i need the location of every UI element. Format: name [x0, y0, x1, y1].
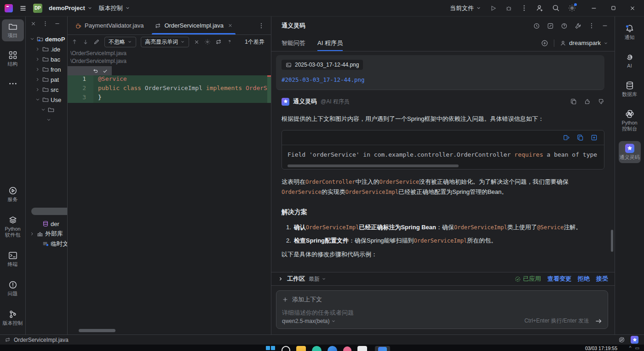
chevron-down-icon[interactable] — [40, 107, 46, 113]
add-context-button[interactable]: 添加上下文 — [282, 295, 602, 304]
next-difference-icon[interactable] — [82, 39, 89, 45]
attachment-reference-link[interactable]: #2025-03-03_17-12-44.png — [282, 76, 599, 83]
chevron-right-icon[interactable] — [278, 276, 283, 282]
settings-icon[interactable] — [568, 4, 576, 12]
tool-button-services[interactable]: 服务 — [2, 183, 24, 205]
revert-change-icon[interactable] — [92, 68, 98, 74]
taskbar-white-app-icon[interactable] — [357, 346, 367, 351]
workspace-filter[interactable]: 最新 — [309, 275, 326, 283]
accept-change-icon[interactable] — [102, 68, 108, 74]
account-menu[interactable]: dreamspark — [560, 40, 608, 46]
taskbar-pink-app-icon[interactable] — [343, 346, 351, 351]
lingma-status-icon[interactable] — [631, 336, 638, 344]
taskbar-tray[interactable]: ^▭ — [629, 345, 639, 351]
tab-list-icon[interactable] — [258, 23, 271, 29]
diff-settings-icon[interactable] — [204, 39, 211, 45]
debug-icon[interactable] — [505, 5, 512, 12]
chat-vertical-scrollbar[interactable] — [611, 230, 613, 252]
copy-code-icon[interactable] — [577, 134, 584, 141]
tool-button-structure[interactable]: 结构 — [2, 48, 24, 70]
tree-item-bac[interactable]: bac — [26, 54, 67, 64]
editor-horizontal-scrollbar[interactable] — [79, 329, 115, 332]
project-switcher[interactable]: demoProject — [49, 5, 92, 11]
tree-scrollbar[interactable] — [31, 208, 68, 215]
model-selector[interactable]: qwen2.5-max(beta) — [282, 318, 336, 324]
tree-item-[interactable]: 外部库 — [26, 229, 67, 239]
highlight-mode-dropdown[interactable]: 高亮显示单词 — [141, 37, 189, 47]
hide-panel-icon[interactable] — [602, 23, 608, 29]
chevron-right-icon[interactable] — [29, 231, 35, 237]
insert-code-icon[interactable] — [563, 134, 570, 141]
panel-options-icon[interactable] — [42, 21, 48, 27]
new-file-icon[interactable] — [591, 134, 598, 141]
code-with-me-icon[interactable] — [536, 4, 544, 12]
tree-item-pat[interactable]: pat — [26, 74, 67, 85]
tool-button-version-control[interactable]: 版本控制 — [2, 307, 24, 329]
taskbar-win-icon[interactable] — [266, 346, 276, 351]
run-configuration-selector[interactable]: 当前文件 — [450, 4, 481, 12]
accept-button[interactable]: 接受 — [596, 275, 608, 283]
tool-button-python-console[interactable]: Python 控制台 — [619, 107, 641, 135]
whitespace-mode-dropdown[interactable]: 不忽略 — [104, 37, 136, 47]
vcs-menu[interactable]: 版本控制 — [99, 4, 130, 12]
taskbar-clock[interactable]: 03/03 17:19:55 — [585, 345, 617, 351]
tree-item-ide[interactable]: .ide — [26, 44, 67, 54]
close-tab-icon[interactable] — [228, 23, 233, 28]
history-icon[interactable] — [533, 23, 540, 29]
tree-item-der[interactable]: der — [26, 219, 67, 229]
main-menu-icon[interactable] — [19, 5, 27, 12]
tree-item[interactable] — [26, 115, 67, 125]
tab-smart-qa[interactable]: 智能问答 — [282, 35, 305, 51]
tool-button-notifications[interactable]: 通知 — [619, 21, 641, 43]
window-close-button[interactable] — [623, 0, 642, 17]
chevron-right-icon[interactable] — [35, 87, 40, 92]
reject-button[interactable]: 拒绝 — [578, 275, 590, 283]
tree-item-demop[interactable]: demoP — [26, 34, 67, 44]
panel-options-icon[interactable] — [588, 23, 595, 29]
thumbs-down-icon[interactable] — [598, 98, 604, 105]
taskbar-search-icon[interactable] — [282, 346, 290, 351]
tool-button-problems[interactable]: 问题 — [2, 277, 24, 300]
tool-button-more-tools[interactable] — [2, 76, 24, 91]
tree-item-[interactable]: 临时文 — [26, 239, 67, 249]
tree-item-src[interactable]: src — [26, 85, 67, 95]
taskbar-teal-app-icon[interactable] — [312, 346, 322, 351]
taskbar-folder-icon[interactable] — [296, 346, 306, 351]
help-icon[interactable] — [561, 23, 568, 29]
chevron-down-icon[interactable] — [35, 97, 40, 102]
tree-item-use[interactable]: Use — [26, 95, 67, 105]
tab-ai-programmer[interactable]: AI 程序员 — [317, 35, 343, 51]
hide-panel-icon[interactable] — [54, 21, 60, 27]
window-maximize-button[interactable] — [604, 0, 623, 17]
collapse-all-icon[interactable] — [30, 21, 36, 27]
chevron-down-icon[interactable] — [29, 36, 35, 42]
new-chat-icon[interactable] — [547, 23, 554, 29]
ai-completion-disabled-icon[interactable] — [618, 336, 625, 343]
workspace-label[interactable]: 工作区 — [287, 275, 305, 283]
code-horizontal-scrollbar[interactable] — [288, 164, 459, 167]
tree-item-fron[interactable]: fron — [26, 64, 67, 74]
help-icon[interactable] — [226, 39, 233, 45]
chevron-right-icon[interactable] — [35, 46, 40, 52]
chevron-down-icon[interactable] — [46, 117, 52, 123]
code-line-1[interactable]: 1@Service — [68, 75, 271, 85]
tools-icon[interactable] — [575, 23, 581, 29]
tool-button-lingma[interactable]: 通义灵码 — [619, 141, 641, 163]
view-changes-button[interactable]: 查看变更 — [547, 275, 571, 283]
tool-button-python-packages[interactable]: Python 软件包 — [2, 213, 24, 241]
tab-order-service-impl[interactable]: OrderServiceImpl.java — [149, 17, 238, 34]
previous-difference-icon[interactable] — [71, 39, 78, 45]
code-line-2[interactable]: 2public class OrderServiceImpl implement… — [68, 85, 271, 94]
chevron-right-icon[interactable] — [35, 67, 40, 72]
copy-icon[interactable] — [570, 98, 577, 105]
chat-input[interactable] — [282, 308, 602, 317]
more-actions-icon[interactable] — [521, 5, 528, 11]
swap-sides-icon[interactable] — [215, 39, 222, 45]
send-icon[interactable] — [595, 317, 602, 325]
code-line-3[interactable]: 3} — [68, 94, 271, 103]
thumbs-up-icon[interactable] — [584, 98, 591, 105]
new-session-icon[interactable] — [541, 40, 548, 47]
edit-icon[interactable] — [93, 39, 100, 45]
attachment-chip[interactable]: 2025-03-03_17-12-44.png — [282, 60, 363, 70]
run-icon[interactable] — [489, 5, 497, 12]
